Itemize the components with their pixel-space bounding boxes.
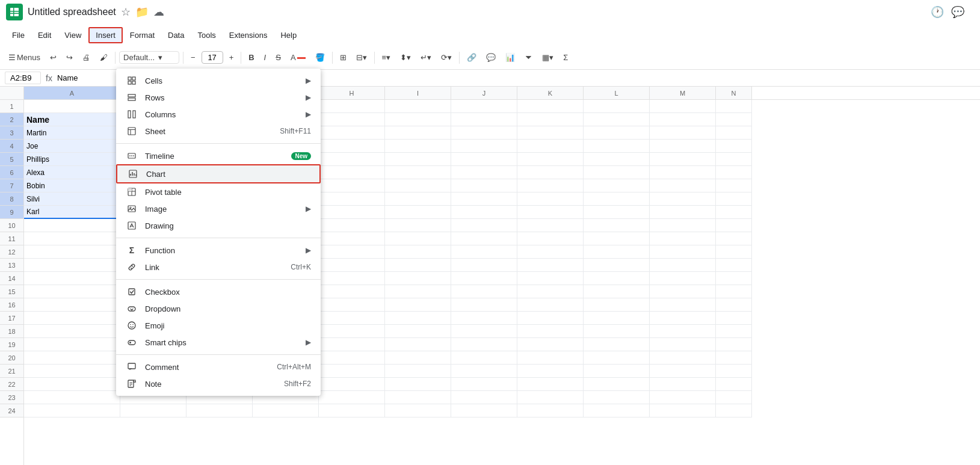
row-header-10[interactable]: 10 xyxy=(0,219,23,232)
text-color-button[interactable]: A xyxy=(287,51,309,64)
font-size-input[interactable]: 17 xyxy=(202,51,223,64)
col-header-a[interactable]: A xyxy=(24,87,120,99)
menu-item-note[interactable]: Note Shift+F2 xyxy=(116,375,321,392)
menu-item-chart[interactable]: Chart xyxy=(116,164,321,183)
h-align-button[interactable]: ≡▾ xyxy=(378,51,395,64)
cell-h5[interactable] xyxy=(319,153,385,166)
cell-m4[interactable] xyxy=(650,140,716,153)
row-header-13[interactable]: 13 xyxy=(0,259,23,272)
cell-k6[interactable] xyxy=(517,166,584,179)
row-header-9[interactable]: 9 xyxy=(0,206,23,219)
cell-j4[interactable] xyxy=(451,140,517,153)
cloud-icon[interactable]: ☁ xyxy=(153,5,164,19)
menu-item-checkbox[interactable]: Checkbox xyxy=(116,283,321,300)
row-header-4[interactable]: 4 xyxy=(0,140,23,153)
cell-k3[interactable] xyxy=(517,126,584,140)
row-header-11[interactable]: 11 xyxy=(0,232,23,245)
menu-item-pivot-table[interactable]: Pivot table xyxy=(116,183,321,200)
menu-item-rows[interactable]: Rows ▶ xyxy=(116,89,321,106)
history-icon[interactable]: 🕐 xyxy=(931,5,944,19)
cell-a5[interactable]: Phillips xyxy=(24,153,120,166)
row-header-2[interactable]: 2 xyxy=(0,113,23,126)
row-header-7[interactable]: 7 xyxy=(0,179,23,192)
cell-j2[interactable] xyxy=(451,113,517,126)
cell-n2[interactable] xyxy=(716,113,752,126)
cell-a2[interactable]: Name xyxy=(24,113,120,126)
row-header-24[interactable]: 24 xyxy=(0,404,23,417)
cell-n5[interactable] xyxy=(716,153,752,166)
menu-item-image[interactable]: Image ▶ xyxy=(116,200,321,217)
cell-k2[interactable] xyxy=(517,113,584,126)
cell-a3[interactable]: Martin xyxy=(24,126,120,140)
menu-extensions[interactable]: Extensions xyxy=(223,28,274,42)
row-header-17[interactable]: 17 xyxy=(0,312,23,325)
bold-button[interactable]: B xyxy=(245,51,257,64)
row-header-6[interactable]: 6 xyxy=(0,166,23,179)
cell-h1[interactable] xyxy=(319,100,385,113)
cell-l4[interactable] xyxy=(584,140,650,153)
cell-n8[interactable] xyxy=(716,192,752,206)
strikethrough-button[interactable]: S xyxy=(272,51,285,64)
cell-i7[interactable] xyxy=(385,179,451,192)
cell-a4[interactable]: Joe xyxy=(24,140,120,153)
menu-item-dropdown[interactable]: Dropdown xyxy=(116,300,321,317)
cell-n6[interactable] xyxy=(716,166,752,179)
row-header-15[interactable]: 15 xyxy=(0,285,23,298)
cell-h4[interactable] xyxy=(319,140,385,153)
cell-i3[interactable] xyxy=(385,126,451,140)
cell-reference[interactable]: A2:B9 xyxy=(5,72,41,84)
cell-h7[interactable] xyxy=(319,179,385,192)
cell-l9[interactable] xyxy=(584,206,650,219)
row-header-16[interactable]: 16 xyxy=(0,298,23,312)
menu-item-sheet[interactable]: Sheet Shift+F11 xyxy=(116,123,321,140)
cell-i5[interactable] xyxy=(385,153,451,166)
star-icon[interactable]: ☆ xyxy=(121,5,131,19)
col-header-l[interactable]: L xyxy=(584,87,650,99)
cell-n4[interactable] xyxy=(716,140,752,153)
row-header-22[interactable]: 22 xyxy=(0,378,23,391)
cell-m3[interactable] xyxy=(650,126,716,140)
cell-l1[interactable] xyxy=(584,100,650,113)
menu-tools[interactable]: Tools xyxy=(191,28,221,42)
row-header-1[interactable]: 1 xyxy=(0,100,23,113)
row-header-23[interactable]: 23 xyxy=(0,391,23,404)
cell-a8[interactable]: Silvi xyxy=(24,192,120,206)
fill-color-button[interactable]: 🪣 xyxy=(312,51,328,64)
row-header-18[interactable]: 18 xyxy=(0,325,23,338)
col-header-n[interactable]: N xyxy=(716,87,752,99)
col-header-i[interactable]: I xyxy=(385,87,451,99)
cell-a9[interactable]: Karl xyxy=(24,206,120,219)
row-header-21[interactable]: 21 xyxy=(0,365,23,378)
cell-k8[interactable] xyxy=(517,192,584,206)
cell-m6[interactable] xyxy=(650,166,716,179)
cell-j3[interactable] xyxy=(451,126,517,140)
cell-h9[interactable] xyxy=(319,206,385,219)
col-header-k[interactable]: K xyxy=(517,87,584,99)
menu-item-comment[interactable]: Comment Ctrl+Alt+M xyxy=(116,359,321,375)
cell-j1[interactable] xyxy=(451,100,517,113)
cell-j9[interactable] xyxy=(451,206,517,219)
cell-h2[interactable] xyxy=(319,113,385,126)
col-header-m[interactable]: M xyxy=(650,87,716,99)
cell-j6[interactable] xyxy=(451,166,517,179)
menu-help[interactable]: Help xyxy=(274,28,303,42)
cell-m2[interactable] xyxy=(650,113,716,126)
redo-button[interactable]: ↪ xyxy=(63,51,76,64)
cell-m8[interactable] xyxy=(650,192,716,206)
cell-h8[interactable] xyxy=(319,192,385,206)
menu-format[interactable]: Format xyxy=(124,28,161,42)
paintformat-button[interactable]: 🖌 xyxy=(96,51,111,64)
menu-edit[interactable]: Edit xyxy=(32,28,57,42)
link-button[interactable]: 🔗 xyxy=(463,51,480,64)
italic-button[interactable]: I xyxy=(260,51,270,64)
cell-k7[interactable] xyxy=(517,179,584,192)
cell-k1[interactable] xyxy=(517,100,584,113)
undo-button[interactable]: ↩ xyxy=(46,51,60,64)
menu-item-function[interactable]: Σ Function ▶ xyxy=(116,242,321,259)
cell-j8[interactable] xyxy=(451,192,517,206)
cell-l3[interactable] xyxy=(584,126,650,140)
cell-i1[interactable] xyxy=(385,100,451,113)
cell-l8[interactable] xyxy=(584,192,650,206)
filter-button[interactable]: ⏷ xyxy=(521,51,536,64)
menu-item-emoji[interactable]: Emoji xyxy=(116,317,321,334)
